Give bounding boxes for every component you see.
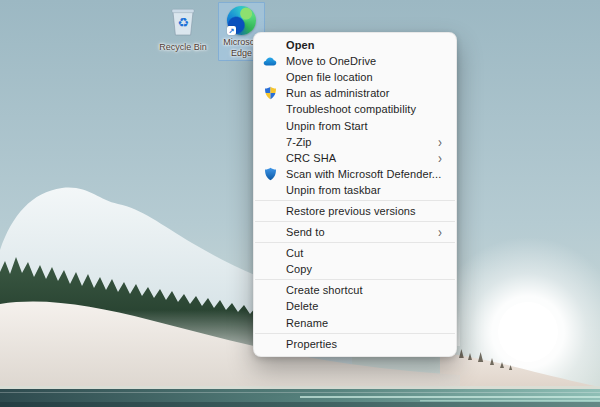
menu-item-label: Copy: [286, 263, 312, 275]
menu-item-icon-spacer: [263, 183, 277, 197]
svg-text:♻: ♻: [177, 15, 189, 30]
sun: [498, 302, 558, 362]
menu-item-icon-spacer: [263, 246, 277, 260]
menu-separator: [255, 200, 455, 201]
menu-item-label: CRC SHA: [286, 152, 336, 164]
menu-item-label: Create shortcut: [286, 284, 363, 296]
menu-item-label: Delete: [286, 300, 318, 312]
desktop-icon-label: Recycle Bin: [159, 42, 207, 53]
menu-item-scan-with-microsoft-defender[interactable]: Scan with Microsoft Defender...: [254, 166, 456, 182]
submenu-arrow-icon: ›: [438, 134, 442, 149]
desktop[interactable]: ♻ Recycle Bin ↗ Microsoft Edge Open Move…: [0, 0, 600, 407]
shore-line: [0, 386, 600, 389]
menu-item-send-to[interactable]: Send to ›: [254, 224, 456, 240]
menu-item-icon-spacer: [263, 283, 277, 297]
menu-separator: [255, 242, 455, 243]
onedrive-icon: [263, 54, 277, 68]
menu-item-icon-spacer: [263, 299, 277, 313]
menu-item-label: Properties: [286, 338, 337, 350]
menu-item-icon-spacer: [263, 70, 277, 84]
menu-item-label: Send to: [286, 226, 325, 238]
menu-item-move-to-onedrive[interactable]: Move to OneDrive: [254, 53, 456, 69]
menu-item-troubleshoot-compatibility[interactable]: Troubleshoot compatibility: [254, 101, 456, 117]
menu-item-label: Troubleshoot compatibility: [286, 103, 416, 115]
menu-item-cut[interactable]: Cut: [254, 245, 456, 261]
menu-item-delete[interactable]: Delete: [254, 298, 456, 314]
recycle-bin-icon: ♻: [168, 4, 198, 40]
submenu-arrow-icon: ›: [438, 225, 442, 240]
menu-item-icon-spacer: [263, 119, 277, 133]
menu-item-label: Unpin from Start: [286, 120, 368, 132]
menu-item-icon-spacer: [263, 151, 277, 165]
menu-separator: [255, 221, 455, 222]
menu-separator: [255, 279, 455, 280]
menu-item-icon-spacer: [263, 204, 277, 218]
menu-item-label: Restore previous versions: [286, 205, 416, 217]
shortcut-arrow-icon: ↗: [227, 26, 236, 35]
menu-item-open-file-location[interactable]: Open file location: [254, 69, 456, 85]
menu-item-label: 7-Zip: [286, 136, 312, 148]
menu-item-label: Scan with Microsoft Defender...: [286, 168, 441, 180]
menu-item-label: Move to OneDrive: [286, 55, 376, 67]
menu-item-icon-spacer: [263, 135, 277, 149]
menu-item-label: Unpin from taskbar: [286, 184, 381, 196]
menu-separator: [255, 333, 455, 334]
menu-item-label: Open: [286, 39, 315, 51]
menu-item-label: Run as administrator: [286, 87, 390, 99]
uac-shield-icon: [263, 86, 277, 100]
menu-item-icon-spacer: [263, 225, 277, 239]
menu-item-rename[interactable]: Rename: [254, 315, 456, 331]
context-menu: Open Move to OneDrive Open file location…: [253, 32, 457, 357]
menu-item-crc-sha[interactable]: CRC SHA ›: [254, 150, 456, 166]
menu-item-icon-spacer: [263, 38, 277, 52]
menu-item-run-as-administrator[interactable]: Run as administrator: [254, 85, 456, 101]
menu-item-unpin-from-start[interactable]: Unpin from Start: [254, 117, 456, 133]
menu-item-label: Open file location: [286, 71, 373, 83]
menu-item-create-shortcut[interactable]: Create shortcut: [254, 282, 456, 298]
menu-item-open[interactable]: Open: [254, 37, 456, 53]
edge-icon: ↗: [227, 6, 256, 35]
menu-item-icon-spacer: [263, 316, 277, 330]
menu-item-properties[interactable]: Properties: [254, 336, 456, 352]
menu-item-icon-spacer: [263, 102, 277, 116]
desktop-icon-recycle-bin[interactable]: ♻ Recycle Bin: [153, 4, 213, 53]
menu-item-restore-previous-versions[interactable]: Restore previous versions: [254, 203, 456, 219]
menu-item-label: Cut: [286, 247, 303, 259]
menu-item-icon-spacer: [263, 337, 277, 351]
menu-item-copy[interactable]: Copy: [254, 261, 456, 277]
defender-shield-icon: [263, 167, 277, 181]
menu-item-icon-spacer: [263, 262, 277, 276]
menu-item-7-zip[interactable]: 7-Zip ›: [254, 134, 456, 150]
submenu-arrow-icon: ›: [438, 150, 442, 165]
menu-item-unpin-from-taskbar[interactable]: Unpin from taskbar: [254, 182, 456, 198]
menu-item-label: Rename: [286, 317, 328, 329]
